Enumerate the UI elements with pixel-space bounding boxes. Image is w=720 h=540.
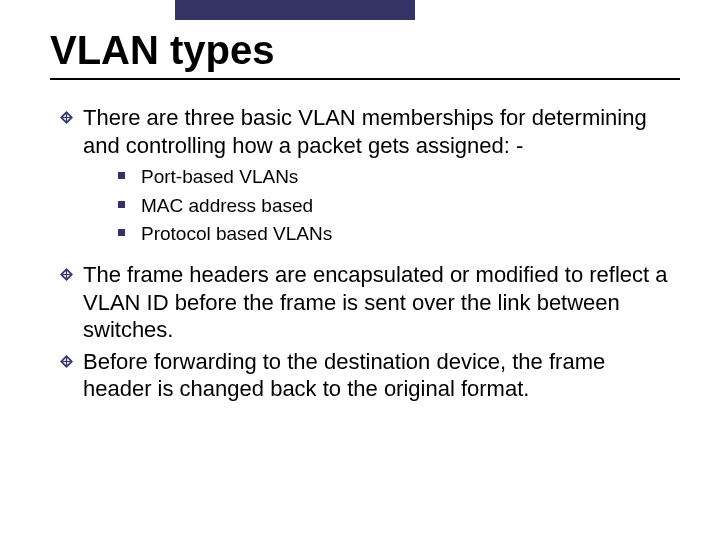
list-item-text: There are three basic VLAN memberships f… [83,104,670,159]
square-bullet-icon [118,201,125,208]
list-item-text: Before forwarding to the destination dev… [83,348,670,403]
diamond-bullet-icon [60,267,73,280]
sub-list-item: Protocol based VLANs [118,222,670,247]
list-item: There are three basic VLAN memberships f… [60,104,670,159]
sub-list-item-text: Protocol based VLANs [141,222,332,247]
slide-title: VLAN types [50,28,680,72]
sub-list-item-text: Port-based VLANs [141,165,298,190]
sub-list-item: MAC address based [118,194,670,219]
diamond-bullet-icon [60,110,73,123]
title-underline [50,78,680,80]
sub-list-item-text: MAC address based [141,194,313,219]
diamond-bullet-icon [60,354,73,367]
sub-list: Port-based VLANs MAC address based Proto… [118,165,670,247]
accent-bar [175,0,415,20]
list-item: The frame headers are encapsulated or mo… [60,261,670,344]
square-bullet-icon [118,172,125,179]
title-area: VLAN types [50,28,680,80]
list-item-text: The frame headers are encapsulated or mo… [83,261,670,344]
slide: VLAN types There are three basic VLAN me… [0,0,720,540]
square-bullet-icon [118,229,125,236]
sub-list-item: Port-based VLANs [118,165,670,190]
content-area: There are three basic VLAN memberships f… [60,104,670,407]
list-item: Before forwarding to the destination dev… [60,348,670,403]
